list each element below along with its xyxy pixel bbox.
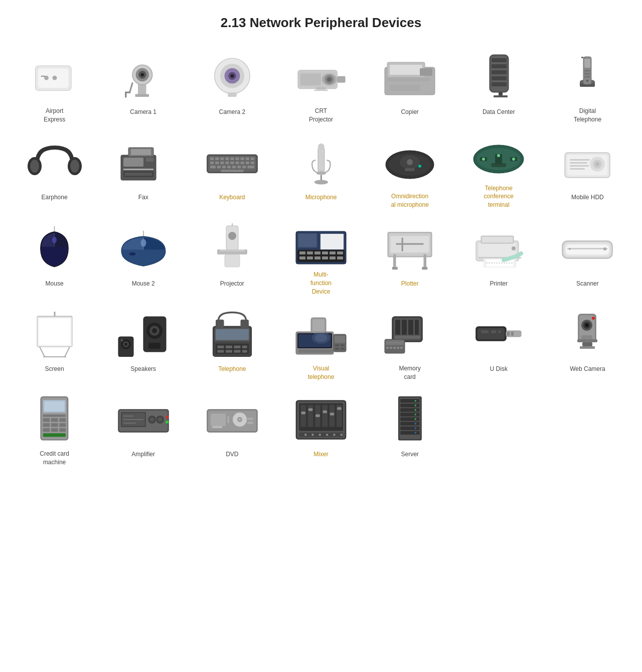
device-airport-express[interactable]: AirportExpress (10, 46, 99, 131)
svg-rect-32 (387, 78, 430, 81)
svg-point-321 (319, 434, 321, 436)
svg-rect-249 (507, 332, 510, 336)
svg-rect-317 (337, 407, 342, 410)
svg-rect-207 (217, 345, 224, 348)
device-telephone[interactable]: Telephone (188, 303, 276, 388)
svg-line-191 (65, 347, 70, 357)
svg-rect-170 (478, 243, 516, 257)
multifunction-label: Multi-functionDevice (310, 271, 332, 296)
svg-rect-154 (299, 256, 305, 259)
earphone-label: Earphone (42, 193, 68, 209)
device-microphone[interactable]: Microphone (276, 131, 365, 216)
device-mouse[interactable]: Mouse (10, 216, 99, 303)
dvd-icon (190, 393, 274, 446)
svg-point-183 (603, 247, 606, 250)
amplifier-icon (101, 393, 185, 446)
svg-rect-168 (402, 237, 403, 251)
svg-rect-41 (492, 82, 507, 86)
device-data-center[interactable]: Data Center (454, 46, 543, 131)
device-mixer[interactable]: Mixer (276, 388, 365, 473)
svg-rect-38 (492, 64, 507, 68)
svg-rect-106 (405, 168, 415, 171)
svg-rect-79 (210, 161, 214, 164)
svg-rect-268 (45, 401, 65, 411)
device-keyboard[interactable]: Keyboard (188, 131, 276, 216)
svg-rect-37 (492, 58, 507, 62)
device-server[interactable]: Server (366, 388, 454, 473)
device-omni-microphone[interactable]: Omnidirectional microphone (366, 131, 454, 216)
svg-rect-300 (247, 418, 253, 420)
svg-rect-75 (235, 157, 239, 160)
device-scanner[interactable]: Scanner (543, 216, 632, 303)
svg-rect-82 (225, 161, 229, 164)
svg-rect-47 (584, 59, 590, 68)
svg-rect-237 (394, 336, 420, 339)
svg-rect-181 (566, 245, 609, 254)
device-web-camera[interactable]: Web Camera (543, 303, 632, 388)
svg-point-184 (569, 248, 571, 250)
device-digital-telephone[interactable]: DigitalTelephone (543, 46, 632, 131)
device-multifunction[interactable]: Multi-functionDevice (276, 216, 365, 303)
svg-rect-148 (299, 251, 305, 254)
svg-rect-146 (320, 234, 344, 249)
svg-rect-91 (227, 166, 231, 169)
svg-rect-270 (43, 418, 50, 422)
svg-rect-26 (337, 76, 345, 82)
svg-rect-73 (225, 157, 229, 160)
svg-rect-126 (570, 162, 587, 164)
device-camera1[interactable]: Camera 1 (99, 46, 188, 131)
scanner-icon (546, 221, 629, 276)
svg-point-118 (497, 154, 500, 157)
device-crt-projector[interactable]: CRTProjector (276, 46, 365, 131)
svg-rect-315 (323, 411, 327, 414)
svg-rect-50 (584, 76, 590, 78)
device-copier[interactable]: Copier (366, 46, 454, 131)
svg-point-320 (311, 434, 313, 436)
device-credit-card-machine[interactable]: Credit cardmachine (10, 388, 99, 473)
device-telephone-conference[interactable]: Telephoneconferenceterminal (454, 131, 543, 216)
device-plotter[interactable]: Plotter (366, 216, 454, 303)
svg-rect-83 (230, 161, 234, 164)
device-fax[interactable]: Fax (99, 131, 188, 216)
earphone-icon (13, 136, 96, 189)
svg-rect-209 (234, 345, 240, 348)
svg-rect-274 (51, 423, 58, 427)
svg-rect-6 (135, 94, 149, 97)
svg-rect-80 (215, 161, 219, 164)
svg-rect-87 (251, 161, 254, 164)
svg-rect-197 (148, 343, 160, 349)
svg-point-117 (512, 158, 515, 161)
svg-rect-152 (330, 251, 336, 254)
svg-rect-4 (41, 76, 45, 77)
svg-rect-212 (226, 350, 232, 353)
visual-telephone-label: Visualtelephone (308, 364, 335, 381)
svg-rect-226 (335, 336, 345, 343)
device-u-disk[interactable]: U Disk (454, 303, 543, 388)
device-visual-telephone[interactable]: Visualtelephone (276, 303, 365, 388)
device-dvd[interactable]: DVD (188, 388, 276, 473)
svg-rect-89 (217, 166, 221, 169)
svg-rect-224 (312, 319, 325, 331)
svg-rect-227 (335, 344, 339, 346)
device-earphone[interactable]: Earphone (10, 131, 99, 216)
svg-rect-40 (492, 76, 507, 80)
svg-rect-306 (300, 405, 306, 427)
device-speakers[interactable]: Speakers (99, 303, 188, 388)
svg-rect-215 (216, 320, 224, 328)
device-mobile-hdd[interactable]: Mobile HDD (543, 131, 632, 216)
screen-icon (13, 308, 96, 361)
device-printer[interactable]: Printer (454, 216, 543, 303)
svg-rect-330 (400, 413, 419, 417)
svg-rect-250 (511, 332, 514, 336)
svg-point-340 (414, 423, 416, 425)
svg-point-101 (318, 144, 325, 150)
device-screen[interactable]: Screen (10, 303, 99, 388)
svg-rect-307 (308, 405, 313, 427)
device-mouse2[interactable]: Mouse 2 (99, 216, 188, 303)
device-memory-card[interactable]: Memorycard (366, 303, 454, 388)
device-projector[interactable]: Projector (188, 216, 276, 303)
device-camera2[interactable]: Camera 2 (188, 46, 276, 131)
svg-rect-205 (216, 329, 249, 340)
projector-icon (190, 221, 274, 276)
device-amplifier[interactable]: Amplifier (99, 388, 188, 473)
